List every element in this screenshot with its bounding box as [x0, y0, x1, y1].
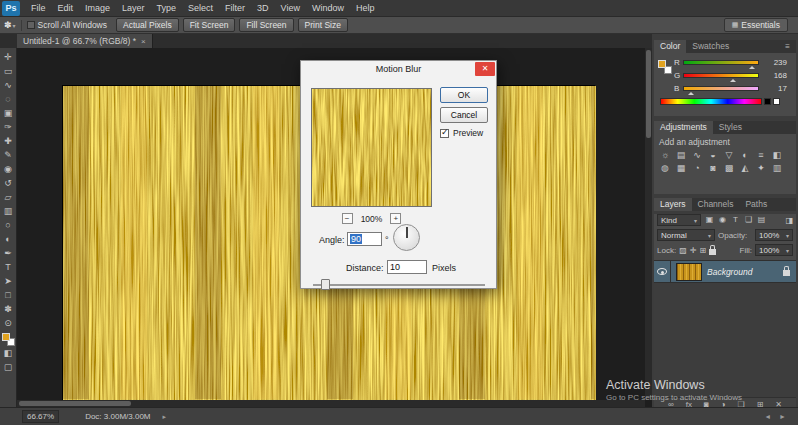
dialog-title-bar[interactable]: Motion Blur ✕ [301, 61, 496, 77]
angle-input[interactable]: 90 [347, 232, 382, 246]
history-brush-tool-icon[interactable]: ↺ [0, 176, 16, 190]
fill-dropdown[interactable]: 100% ▾ [755, 244, 793, 256]
horizontal-scrollbar[interactable] [17, 400, 645, 407]
lock-all-icon[interactable]: ⊞ [699, 246, 706, 255]
slider-marker[interactable] [688, 89, 694, 95]
eraser-tool-icon[interactable]: ▱ [0, 190, 16, 204]
filter-smart-objects-icon[interactable]: ▤ [756, 214, 767, 226]
quick-selection-tool-icon[interactable]: ◌ [0, 92, 16, 106]
filter-type-layers-icon[interactable]: T [730, 214, 741, 226]
scroll-all-windows-checkbox[interactable] [27, 21, 35, 29]
hue-saturation-icon[interactable]: ◐ [737, 149, 753, 162]
menu-item[interactable]: File [25, 0, 52, 17]
dodge-tool-icon[interactable]: ◐ [0, 232, 16, 246]
zoom-out-button[interactable]: − [342, 213, 353, 224]
filter-shape-layers-icon[interactable]: ❏ [743, 214, 754, 226]
brush-tool-icon[interactable]: ✎ [0, 148, 16, 162]
slider-track[interactable] [313, 284, 485, 286]
opacity-dropdown[interactable]: 100% ▾ [755, 229, 793, 241]
panel-tab[interactable]: Channels [692, 198, 740, 211]
menu-item[interactable]: 3D [251, 0, 275, 17]
menu-item[interactable]: Window [306, 0, 350, 17]
channel-slider-track[interactable] [683, 73, 759, 78]
panel-tab[interactable]: Paths [739, 198, 773, 211]
move-tool-icon[interactable]: ✛ [0, 50, 16, 64]
channel-mixer-icon[interactable]: ▦ [673, 162, 689, 175]
selective-color-icon[interactable]: ✦ [753, 162, 769, 175]
marquee-tool-icon[interactable]: ▭ [0, 64, 16, 78]
panel-tab[interactable]: Swatches [686, 40, 735, 53]
black-white-icon[interactable]: ◧ [769, 149, 785, 162]
filter-toggle-icon[interactable]: ◨ [785, 216, 793, 225]
shape-tool-icon[interactable]: □ [0, 288, 16, 302]
preview-checkbox[interactable]: ✓ [440, 129, 449, 138]
black-swatch[interactable] [764, 98, 771, 105]
options-button[interactable]: Actual Pixels [116, 18, 179, 32]
foreground-color-swatch[interactable] [2, 333, 10, 341]
panel-tab[interactable]: Styles [713, 121, 748, 134]
screen-mode-icon[interactable]: ▢ [0, 360, 16, 374]
angle-dial[interactable] [393, 224, 420, 251]
foreground-color-swatch[interactable] [658, 60, 666, 68]
brightness-contrast-icon[interactable]: ☼ [657, 149, 673, 162]
photo-filter-icon[interactable]: ◍ [657, 162, 673, 175]
gradient-tool-icon[interactable]: ▥ [0, 204, 16, 218]
levels-icon[interactable]: ▤ [673, 149, 689, 162]
lock-all-icon[interactable] [709, 249, 716, 255]
clone-stamp-tool-icon[interactable]: ◉ [0, 162, 16, 176]
eyedropper-tool-icon[interactable]: ✑ [0, 120, 16, 134]
options-button[interactable]: Fit Screen [183, 18, 236, 32]
scroll-right-icon[interactable]: ► [779, 413, 786, 420]
document-tab[interactable]: Untitled-1 @ 66.7% (RGB/8) * × [17, 34, 153, 48]
posterize-icon[interactable]: ▩ [721, 162, 737, 175]
color-spectrum-bar[interactable] [660, 98, 762, 105]
zoom-in-button[interactable]: + [390, 213, 401, 224]
menu-item[interactable]: Help [350, 0, 381, 17]
threshold-icon[interactable]: ◭ [737, 162, 753, 175]
menu-item[interactable]: Filter [219, 0, 251, 17]
distance-input[interactable]: 10 [387, 260, 427, 274]
vertical-scrollbar[interactable] [645, 48, 652, 400]
panel-tab[interactable]: Color [654, 40, 686, 53]
lasso-tool-icon[interactable]: ∿ [0, 78, 16, 92]
cancel-button[interactable]: Cancel [440, 107, 488, 123]
layer-row-background[interactable]: Background [654, 261, 796, 283]
hand-tool-icon[interactable]: ✽ [0, 302, 16, 316]
menu-item[interactable]: Image [79, 0, 116, 17]
eye-icon[interactable] [657, 268, 667, 275]
foreground-background-swatches[interactable] [2, 333, 15, 346]
pen-tool-icon[interactable]: ✒ [0, 246, 16, 260]
options-button[interactable]: Print Size [298, 18, 348, 32]
menu-item[interactable]: Type [151, 0, 183, 17]
vibrance-icon[interactable]: ▽ [721, 149, 737, 162]
kind-filter-dropdown[interactable]: Kind ▾ [657, 214, 701, 226]
white-swatch[interactable] [773, 98, 780, 105]
invert-icon[interactable]: ◙ [705, 162, 721, 175]
gradient-map-icon[interactable]: ▥ [769, 162, 785, 175]
panel-tab[interactable]: Adjustments [654, 121, 713, 134]
blur-tool-icon[interactable]: ○ [0, 218, 16, 232]
color-balance-icon[interactable]: ≡ [753, 149, 769, 162]
scrollbar-thumb[interactable] [19, 401, 131, 406]
panel-menu-icon[interactable]: ≡ [785, 42, 790, 51]
menu-item[interactable]: Edit [52, 0, 80, 17]
layer-thumbnail[interactable] [676, 263, 702, 281]
close-icon[interactable]: × [141, 37, 146, 46]
channel-slider-track[interactable] [683, 86, 759, 91]
filter-preview-image[interactable] [311, 88, 432, 207]
path-selection-tool-icon[interactable]: ➤ [0, 274, 16, 288]
scrollbar-thumb[interactable] [646, 50, 651, 138]
document-size-info[interactable]: Doc: 3.00M/3.00M [85, 412, 150, 421]
visibility-cell[interactable] [654, 261, 671, 283]
channel-slider-track[interactable] [683, 60, 759, 65]
lock-transparency-icon[interactable]: ▨ [679, 246, 687, 255]
healing-brush-tool-icon[interactable]: ✚ [0, 134, 16, 148]
crop-tool-icon[interactable]: ▣ [0, 106, 16, 120]
filter-adjustment-layers-icon[interactable]: ◉ [717, 214, 728, 226]
menu-item[interactable]: Layer [116, 0, 151, 17]
filter-pixel-layers-icon[interactable]: ▣ [704, 214, 715, 226]
lock-position-icon[interactable]: ✛ [690, 246, 697, 255]
zoom-level-field[interactable]: 66.67% [22, 410, 59, 423]
blend-mode-dropdown[interactable]: Normal ▾ [657, 229, 715, 241]
status-menu-arrow-icon[interactable]: ▸ [163, 413, 167, 421]
